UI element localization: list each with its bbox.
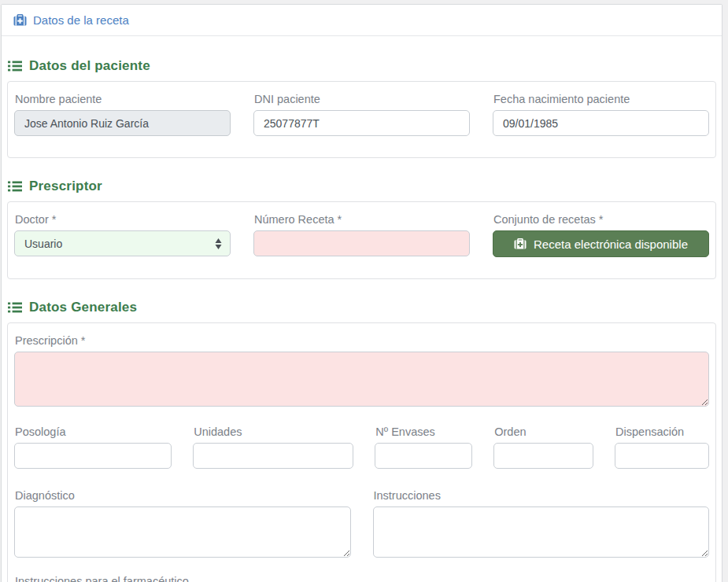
diagnosis-group: Diagnóstico <box>14 489 351 558</box>
diagnosis-label: Diagnóstico <box>15 489 351 502</box>
patient-dni-input[interactable] <box>253 110 470 136</box>
order-label: Orden <box>494 425 593 438</box>
prescription-group: Prescripción * <box>14 334 709 407</box>
electronic-recipe-button[interactable]: Receta electrónica disponible <box>493 230 709 257</box>
section-title-text: Datos Generales <box>29 300 137 315</box>
pharmacist-instructions-group: Instrucciones para el farmacéutico <box>14 575 709 582</box>
recipe-data-header-link[interactable]: Datos de la receta <box>13 13 129 27</box>
recipe-number-group: Número Receta * <box>253 213 470 257</box>
list-icon <box>8 302 22 313</box>
list-icon <box>8 181 22 192</box>
units-label: Unidades <box>194 425 353 438</box>
medkit-icon <box>514 238 527 249</box>
prescription-label: Prescripción * <box>15 334 709 347</box>
section-title-text: Prescriptor <box>29 179 102 194</box>
packages-group: Nº Envases <box>375 425 472 469</box>
list-icon <box>8 61 22 72</box>
dispensation-group: Dispensación <box>615 425 709 469</box>
recipe-set-group: Conjunto de recetas * Receta electrónica… <box>493 213 709 257</box>
card-header: Datos de la receta <box>2 5 722 36</box>
doctor-label: Doctor * <box>15 213 231 226</box>
general-box: Prescripción * Posología Unidades Nº Env… <box>7 322 716 582</box>
section-title-prescriber: Prescriptor <box>8 179 716 194</box>
patient-birthdate-input[interactable] <box>493 110 709 136</box>
card-body: Datos del paciente Nombre paciente DNI p… <box>2 36 722 582</box>
units-input[interactable] <box>193 443 353 469</box>
header-title: Datos de la receta <box>33 13 129 27</box>
prescriber-box: Doctor * Usuario Número Receta * Conjunt… <box>7 201 716 279</box>
patient-birthdate-label: Fecha nacimiento paciente <box>493 93 709 105</box>
dispensation-input[interactable] <box>615 443 709 469</box>
posology-group: Posología <box>14 425 172 469</box>
prescription-textarea[interactable] <box>14 352 709 407</box>
posology-label: Posología <box>15 425 172 438</box>
doctor-select[interactable]: Usuario <box>14 230 231 256</box>
patient-birthdate-group: Fecha nacimiento paciente <box>493 93 709 136</box>
patient-name-label: Nombre paciente <box>15 93 231 105</box>
electronic-recipe-button-label: Receta electrónica disponible <box>534 238 688 251</box>
patient-box: Nombre paciente DNI paciente Fecha nacim… <box>7 81 716 158</box>
packages-input[interactable] <box>375 443 472 469</box>
order-group: Orden <box>493 425 593 469</box>
order-input[interactable] <box>493 443 593 469</box>
recipe-number-input[interactable] <box>253 230 470 256</box>
units-group: Unidades <box>193 425 353 469</box>
instructions-label: Instrucciones <box>374 489 710 502</box>
instructions-textarea[interactable] <box>373 506 710 558</box>
patient-dni-label: DNI paciente <box>254 93 470 105</box>
section-title-patient: Datos del paciente <box>8 58 716 74</box>
posology-input[interactable] <box>14 443 172 469</box>
recipe-set-label: Conjunto de recetas * <box>493 213 709 226</box>
patient-dni-group: DNI paciente <box>253 93 470 136</box>
patient-name-input <box>14 110 231 136</box>
patient-name-group: Nombre paciente <box>14 93 231 136</box>
packages-label: Nº Envases <box>375 425 472 438</box>
doctor-group: Doctor * Usuario <box>14 213 231 257</box>
diagnosis-textarea[interactable] <box>14 506 351 558</box>
dispensation-label: Dispensación <box>615 425 709 438</box>
section-title-general: Datos Generales <box>8 300 716 315</box>
section-title-text: Datos del paciente <box>29 58 150 74</box>
medkit-icon <box>13 14 27 26</box>
pharmacist-instructions-label: Instrucciones para el farmacéutico <box>15 575 709 582</box>
recipe-number-label: Número Receta * <box>254 213 470 226</box>
recipe-card: Datos de la receta Datos del paciente No… <box>1 4 722 582</box>
instructions-group: Instrucciones <box>373 489 710 558</box>
